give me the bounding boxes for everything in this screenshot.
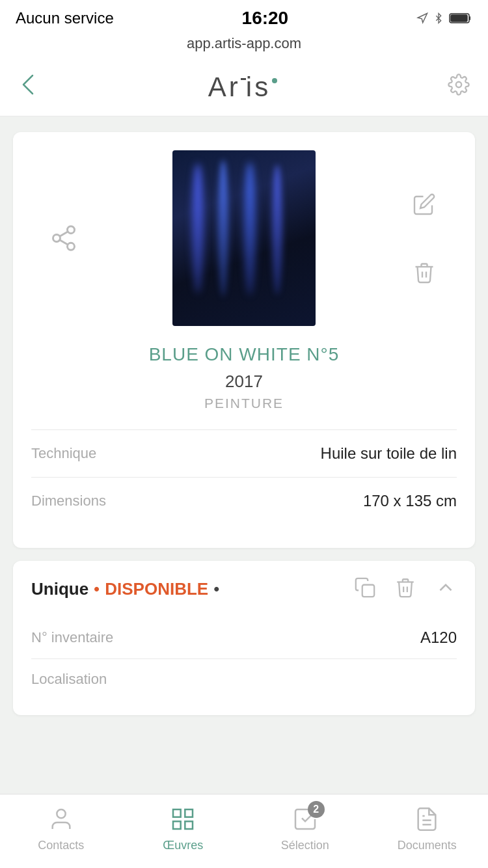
delete-button[interactable] xyxy=(413,261,436,284)
disponible-label: DISPONIBLE xyxy=(105,579,208,599)
url-text: app.artis-app.com xyxy=(187,35,301,51)
inventory-header: Unique • DISPONIBLE • xyxy=(31,576,457,601)
tab-bar: Contacts Œuvres 2 Sélection xyxy=(0,794,488,868)
artwork-title: BLUE ON WHITE N°5 xyxy=(31,344,457,365)
svg-rect-9 xyxy=(362,585,374,597)
tab-documents-label: Documents xyxy=(398,839,457,852)
dimensions-label: Dimensions xyxy=(31,493,106,509)
artwork-image xyxy=(172,150,316,326)
app-logo: Aris xyxy=(208,72,277,103)
svg-rect-13 xyxy=(173,821,181,829)
svg-point-10 xyxy=(57,809,65,818)
artwork-image-center xyxy=(96,150,392,326)
svg-point-5 xyxy=(53,235,61,242)
svg-marker-0 xyxy=(418,14,427,23)
svg-line-7 xyxy=(60,240,68,245)
copy-button[interactable] xyxy=(354,576,376,601)
carrier-text: Aucun service xyxy=(16,9,114,27)
technique-label: Technique xyxy=(31,445,96,462)
dimensions-row: Dimensions 170 x 135 cm xyxy=(31,478,457,524)
tab-oeuvres[interactable]: Œuvres xyxy=(144,804,222,852)
svg-rect-2 xyxy=(451,15,467,21)
tab-contacts-label: Contacts xyxy=(38,839,84,852)
main-content: BLUE ON WHITE N°5 2017 PEINTURE Techniqu… xyxy=(0,116,488,794)
inventory-delete-button[interactable] xyxy=(394,576,416,601)
documents-icon xyxy=(410,804,444,835)
tab-selection[interactable]: 2 Sélection xyxy=(266,804,344,852)
svg-point-4 xyxy=(68,226,75,234)
status-bar: Aucun service 16:20 xyxy=(0,0,488,33)
svg-rect-14 xyxy=(185,821,193,829)
artwork-year: 2017 xyxy=(31,372,457,392)
back-button[interactable] xyxy=(18,70,38,104)
settings-button[interactable] xyxy=(448,74,470,101)
collapse-button[interactable] xyxy=(435,576,457,601)
svg-rect-12 xyxy=(185,809,193,817)
inventory-actions xyxy=(354,576,457,601)
svg-point-6 xyxy=(68,243,75,250)
artwork-image-row xyxy=(31,150,457,326)
inventaire-value: A120 xyxy=(420,629,457,647)
tab-contacts[interactable]: Contacts xyxy=(22,804,100,852)
artwork-details: Technique Huile sur toile de lin Dimensi… xyxy=(31,429,457,524)
share-area xyxy=(31,224,96,252)
edit-button[interactable] xyxy=(413,193,436,216)
artwork-image-right xyxy=(392,150,457,326)
share-button[interactable] xyxy=(49,224,78,252)
dot1: • xyxy=(94,579,100,599)
artwork-card: BLUE ON WHITE N°5 2017 PEINTURE Techniqu… xyxy=(13,132,475,548)
inventaire-label: N° inventaire xyxy=(31,629,113,646)
technique-row: Technique Huile sur toile de lin xyxy=(31,430,457,478)
svg-line-8 xyxy=(60,232,68,236)
technique-value: Huile sur toile de lin xyxy=(321,444,457,463)
inventory-card: Unique • DISPONIBLE • xyxy=(13,561,475,715)
artwork-category: PEINTURE xyxy=(31,396,457,411)
unique-label: Unique xyxy=(31,579,88,599)
tab-documents[interactable]: Documents xyxy=(388,804,466,852)
dot2: • xyxy=(213,579,219,599)
oeuvres-icon xyxy=(166,804,200,835)
app-header: Aris xyxy=(0,59,488,116)
inventaire-row: N° inventaire A120 xyxy=(31,617,457,659)
selection-icon: 2 xyxy=(288,804,322,835)
dimensions-value: 170 x 135 cm xyxy=(363,492,457,510)
time-text: 16:20 xyxy=(242,8,289,29)
svg-rect-11 xyxy=(173,809,181,817)
contacts-icon xyxy=(44,804,78,835)
localisation-label: Localisation xyxy=(31,671,107,688)
status-icons xyxy=(416,12,472,25)
localisation-row: Localisation xyxy=(31,659,457,699)
tab-oeuvres-label: Œuvres xyxy=(163,839,203,852)
inventory-fields: N° inventaire A120 Localisation xyxy=(31,617,457,699)
svg-point-3 xyxy=(456,82,462,88)
tab-selection-label: Sélection xyxy=(281,839,329,852)
selection-badge: 2 xyxy=(308,801,325,818)
url-bar: app.artis-app.com xyxy=(0,33,488,59)
